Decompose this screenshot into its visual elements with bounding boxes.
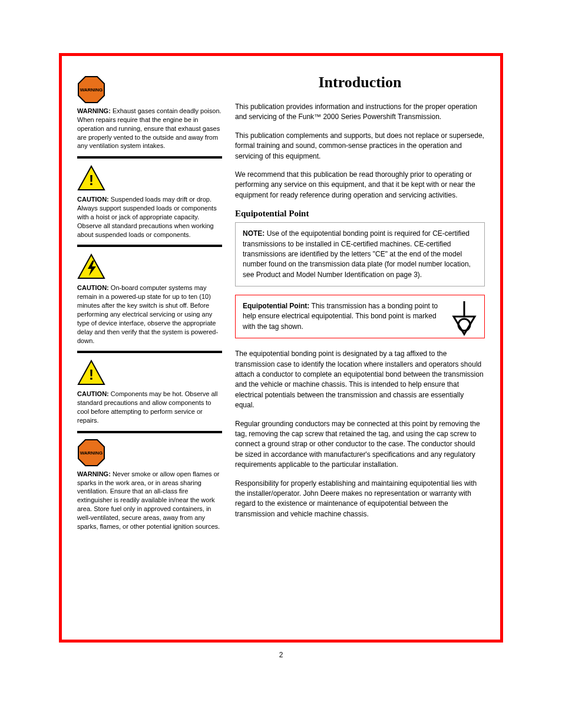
safety-lead: CAUTION: — [77, 196, 109, 203]
safety-frame: WARNING WARNING: Exhaust gases contain d… — [59, 53, 503, 643]
safety-lead: WARNING: — [77, 470, 111, 477]
right-column: Introduction This publication provides i… — [235, 74, 485, 536]
safety-block-suspended-loads: ! CAUTION: Suspended loads may drift or … — [77, 162, 222, 239]
intro-para-2: This publication complements and support… — [235, 131, 485, 162]
equip-para-3: Responsibility for properly establishing… — [235, 479, 485, 520]
safety-lead: CAUTION: — [77, 284, 109, 291]
svg-point-12 — [458, 319, 470, 331]
note-box: NOTE: Use of the equipotential bonding p… — [235, 222, 485, 286]
equipotential-icon — [450, 300, 478, 345]
note-lead: NOTE: — [243, 229, 265, 238]
safety-head: WARNING — [77, 437, 222, 469]
safety-block-hot-components: ! CAUTION: Components may be hot. Observ… — [77, 357, 222, 424]
safety-head: WARNING — [77, 74, 222, 106]
safety-text: CAUTION: On-board computer systems may r… — [77, 284, 222, 345]
safety-lead: WARNING: — [77, 107, 111, 114]
intro-para-3: We recommend that this publication be re… — [235, 170, 485, 200]
safety-lead: CAUTION: — [77, 390, 109, 397]
safety-head — [77, 251, 222, 282]
safety-head: ! — [77, 162, 222, 194]
svg-text:WARNING: WARNING — [80, 87, 103, 93]
safety-text: WARNING: Never smoke or allow open flame… — [77, 470, 222, 531]
introduction-heading: Introduction — [235, 74, 485, 91]
safety-body: Never smoke or allow open flames or spar… — [77, 470, 220, 530]
page: WARNING WARNING: Exhaust gases contain d… — [0, 0, 562, 678]
equipotential-callout-box: Equipotential Point: This transmission h… — [235, 295, 485, 338]
equip-para-1: The equipotential bonding point is desig… — [235, 349, 485, 410]
equipotential-body: The equipotential bonding point is desig… — [235, 349, 485, 519]
svg-text:!: ! — [89, 367, 94, 383]
equip-para-2: Regular grounding conductors may be conn… — [235, 419, 485, 470]
equipotential-lead: Equipotential Point: — [243, 302, 309, 310]
divider — [77, 351, 222, 353]
safety-block-onboard-computer: CAUTION: On-board computer systems may r… — [77, 251, 222, 345]
divider — [77, 431, 222, 433]
safety-text: CAUTION: Suspended loads may drift or dr… — [77, 195, 222, 239]
divider — [77, 156, 222, 159]
svg-text:WARNING: WARNING — [80, 450, 103, 456]
warning-icon: WARNING — [77, 75, 105, 104]
two-column-layout: WARNING WARNING: Exhaust gases contain d… — [77, 74, 485, 536]
equipotential-heading: Equipotential Point — [235, 209, 485, 219]
intro-body: This publication provides information an… — [235, 102, 485, 200]
caution-icon: ! — [77, 360, 105, 386]
warning-icon: WARNING — [77, 439, 105, 467]
safety-block-exhaust: WARNING WARNING: Exhaust gases contain d… — [77, 74, 222, 150]
divider — [77, 245, 222, 247]
safety-text: CAUTION: Components may be hot. Observe … — [77, 390, 222, 424]
caution-icon: ! — [77, 165, 105, 191]
left-column: WARNING WARNING: Exhaust gases contain d… — [77, 74, 222, 536]
safety-head: ! — [77, 357, 222, 388]
intro-para-1: This publication provides information an… — [235, 102, 485, 123]
safety-body: On-board computer systems may remain in … — [77, 284, 218, 344]
caution-bolt-icon — [77, 253, 105, 279]
safety-text: WARNING: Exhaust gases contain deadly po… — [77, 107, 222, 150]
note-text: Use of the equipotential bonding point i… — [243, 229, 471, 279]
svg-text:!: ! — [89, 172, 94, 188]
safety-block-smoking-flames: WARNING WARNING: Never smoke or allow op… — [77, 437, 222, 531]
page-number: 2 — [273, 651, 289, 659]
